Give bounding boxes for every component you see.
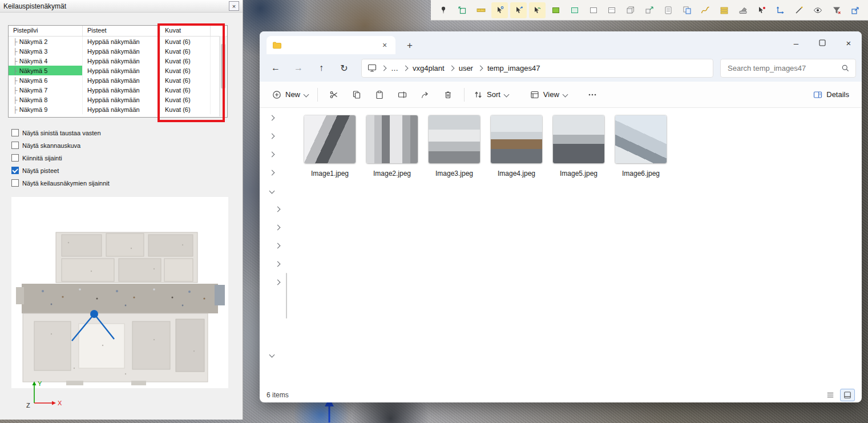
- images-count-link[interactable]: Kuvat (6): [160, 104, 211, 114]
- new-button[interactable]: New: [268, 87, 313, 103]
- file-thumbnail[interactable]: [366, 115, 418, 163]
- file-thumbnail[interactable]: [429, 115, 480, 163]
- checkbox-box[interactable]: [11, 142, 19, 149]
- jump-to-view-link[interactable]: Hyppää näkymään: [83, 85, 160, 95]
- pointcloud-top-view[interactable]: [11, 197, 228, 388]
- ruler-icon[interactable]: [473, 2, 490, 18]
- details-button[interactable]: Details: [809, 87, 854, 103]
- probe-rotate-icon[interactable]: [529, 2, 546, 18]
- file-item[interactable]: Image2.jpeg: [366, 115, 418, 178]
- jump-to-view-link[interactable]: Hyppää näkymään: [83, 104, 160, 114]
- file-thumbnail[interactable]: [304, 115, 356, 163]
- view-button[interactable]: View: [526, 87, 572, 103]
- details-view-button[interactable]: [823, 389, 837, 401]
- jump-to-view-link[interactable]: Hyppää näkymään: [83, 56, 160, 66]
- checkbox-show-against-blue[interactable]: Näytä sinistä taustaa vasten: [11, 129, 110, 136]
- jump-to-view-link[interactable]: Hyppää näkymään: [83, 75, 160, 85]
- breadcrumb-overflow[interactable]: …: [391, 64, 398, 72]
- table-row[interactable]: ├Näkymä 9 Hyppää näkymään Kuvat (6): [9, 104, 227, 114]
- cube-export-icon[interactable]: [641, 2, 658, 18]
- column-header-kuvat[interactable]: Kuvat: [160, 26, 211, 36]
- images-count-link[interactable]: Kuvat (6): [160, 37, 211, 46]
- visibility-eye-icon[interactable]: [810, 2, 826, 18]
- tree-collapse-chevron-icon[interactable]: [269, 352, 275, 358]
- select-point-red-icon[interactable]: [753, 2, 770, 18]
- copy-views-icon[interactable]: [679, 2, 695, 18]
- paste-button[interactable]: [368, 86, 391, 104]
- maximize-button[interactable]: [809, 31, 835, 54]
- probe-angle-icon[interactable]: [510, 2, 527, 18]
- export-view-icon[interactable]: [847, 2, 863, 18]
- minimize-button[interactable]: –: [783, 31, 809, 54]
- more-options-button[interactable]: [581, 86, 604, 104]
- table-row[interactable]: ├Näkymä 7 Hyppää näkymään Kuvat (6): [9, 85, 227, 95]
- breadcrumb-item-temp-images47[interactable]: temp_images47: [487, 64, 540, 72]
- tree-expand-chevron-icon[interactable]: [275, 207, 281, 212]
- file-item[interactable]: Image4.jpeg: [491, 115, 542, 178]
- tree-expand-chevron-icon[interactable]: [275, 225, 281, 231]
- images-count-link[interactable]: Kuvat (6): [160, 95, 211, 104]
- table-scrollbar[interactable]: [219, 36, 227, 116]
- jump-to-view-link[interactable]: Hyppää näkymään: [83, 46, 160, 56]
- checkbox-box[interactable]: [11, 129, 19, 136]
- images-count-link[interactable]: Kuvat (6): [160, 75, 211, 85]
- pin-icon[interactable]: [435, 2, 452, 18]
- breadcrumb-chevron-icon[interactable]: [403, 65, 409, 71]
- forward-button[interactable]: →: [288, 59, 309, 77]
- share-button[interactable]: [414, 86, 437, 104]
- table-row[interactable]: ├Näkymä 8 Hyppää näkymään Kuvat (6): [9, 95, 227, 104]
- spline-curve-icon[interactable]: [697, 2, 714, 18]
- table-row-selected[interactable]: ├Näkymä 5 Hyppää näkymään Kuvat (6): [9, 66, 227, 75]
- rect-white-corner-icon[interactable]: [604, 2, 620, 18]
- refresh-button[interactable]: ↻: [334, 59, 354, 77]
- rect-teal-icon[interactable]: [566, 2, 583, 18]
- tree-expand-chevron-icon[interactable]: [269, 134, 275, 139]
- file-item[interactable]: Image1.jpeg: [304, 115, 356, 178]
- checkbox-show-points[interactable]: Näytä pisteet: [11, 167, 110, 174]
- jump-to-view-link[interactable]: Hyppää näkymään: [83, 37, 160, 46]
- tree-expand-chevron-icon[interactable]: [269, 115, 275, 121]
- images-count-link[interactable]: Kuvat (6): [160, 85, 211, 95]
- tree-expand-chevron-icon[interactable]: [275, 261, 281, 267]
- tree-expand-chevron-icon[interactable]: [269, 152, 275, 158]
- thumbnail-view-button[interactable]: [840, 389, 855, 401]
- search-box[interactable]: [720, 59, 856, 78]
- attach-icon[interactable]: [791, 2, 808, 18]
- search-input[interactable]: [726, 63, 841, 73]
- delete-button[interactable]: [437, 86, 459, 104]
- checkbox-show-scan-image[interactable]: Näytä skannauskuva: [11, 142, 110, 149]
- images-count-link[interactable]: Kuvat (6): [160, 66, 211, 75]
- tree-expand-chevron-icon[interactable]: [269, 170, 275, 176]
- checkbox-show-scan-view-locations[interactable]: Näytä keilausnäkymien sijainnit: [11, 179, 110, 187]
- rect-green-filled-icon[interactable]: [548, 2, 564, 18]
- table-row[interactable]: ├Näkymä 4 Hyppää näkymään Kuvat (6): [9, 56, 227, 66]
- files-area[interactable]: Image1.jpeg Image2.jpeg Image3.jpeg Imag…: [287, 107, 862, 388]
- breadcrumb-chevron-icon[interactable]: [449, 65, 454, 71]
- cut-button[interactable]: [322, 86, 345, 104]
- new-tab-button[interactable]: +: [407, 41, 413, 50]
- search-icon[interactable]: [841, 64, 850, 72]
- file-item[interactable]: Image6.jpeg: [615, 115, 667, 178]
- panel-close-button[interactable]: ×: [229, 1, 239, 11]
- checkbox-box-checked[interactable]: [11, 167, 19, 174]
- layers-icon[interactable]: [716, 2, 733, 18]
- crop-move-icon[interactable]: [454, 2, 471, 18]
- checkbox-box[interactable]: [11, 179, 19, 187]
- column-header-pisteet[interactable]: Pisteet: [83, 26, 160, 36]
- file-thumbnail[interactable]: [491, 115, 542, 163]
- back-button[interactable]: ←: [265, 59, 286, 77]
- table-row[interactable]: ├Näkymä 3 Hyppää näkymään Kuvat (6): [9, 46, 227, 56]
- copy-button[interactable]: [345, 86, 368, 104]
- navigation-pane-scrollbar[interactable]: [286, 273, 287, 319]
- axes-icon[interactable]: [772, 2, 789, 18]
- probe-point-icon[interactable]: [491, 2, 508, 18]
- breadcrumb-chevron-icon[interactable]: [381, 65, 387, 71]
- cube-icon[interactable]: [623, 2, 639, 18]
- filter-clear-icon[interactable]: [828, 2, 845, 18]
- tab-close-button[interactable]: ×: [380, 41, 390, 50]
- rename-button[interactable]: [391, 86, 414, 104]
- jump-to-view-link[interactable]: Hyppää näkymään: [83, 95, 160, 104]
- images-count-link[interactable]: Kuvat (6): [160, 46, 211, 56]
- list-document-icon[interactable]: [660, 2, 676, 18]
- table-row[interactable]: ├Näkymä 6 Hyppää näkymään Kuvat (6): [9, 75, 227, 85]
